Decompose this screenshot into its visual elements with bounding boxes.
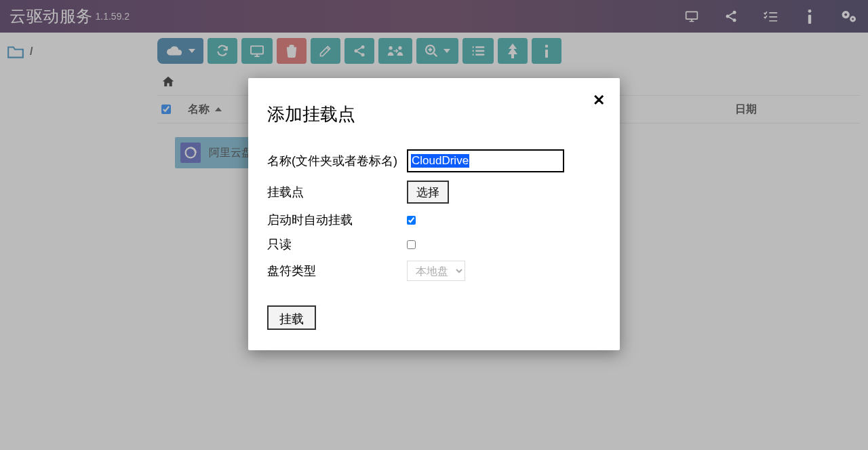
mountpoint-label: 挂载点 [267,184,407,200]
select-mountpoint-button[interactable]: 选择 [407,181,449,204]
modal-overlay: ✕ 添加挂载点 名称(文件夹或者卷标名) CloudDrive 挂载点 选择 启… [0,0,868,450]
name-label: 名称(文件夹或者卷标名) [267,153,407,169]
automount-checkbox[interactable] [407,216,416,225]
readonly-checkbox[interactable] [407,240,416,249]
readonly-label: 只读 [267,236,407,252]
dialog-title: 添加挂载点 [267,102,601,126]
drivetype-select: 本地盘 [407,261,465,281]
automount-label: 启动时自动挂载 [267,212,407,228]
close-icon[interactable]: ✕ [593,92,605,109]
name-field[interactable]: CloudDrive [407,149,564,172]
drivetype-label: 盘符类型 [267,263,407,279]
mount-submit-button[interactable]: 挂载 [267,305,316,330]
add-mount-dialog: ✕ 添加挂载点 名称(文件夹或者卷标名) CloudDrive 挂载点 选择 启… [248,78,620,350]
